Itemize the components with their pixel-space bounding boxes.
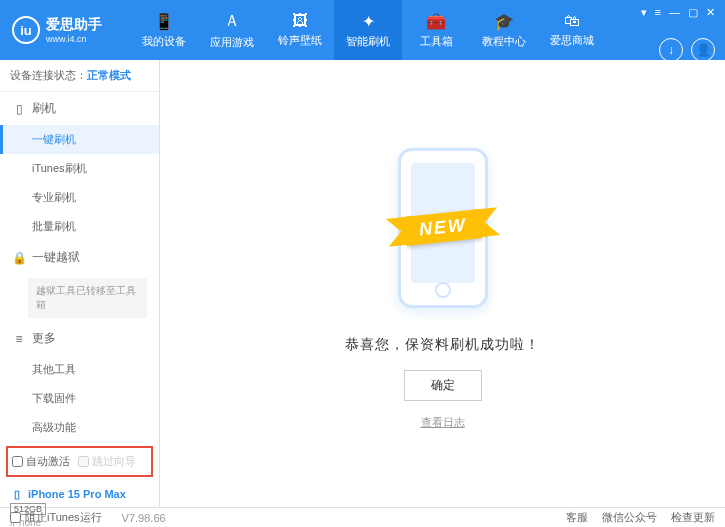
lock-icon: 🔒: [12, 251, 26, 265]
sidebar-item-other-tools[interactable]: 其他工具: [0, 355, 159, 384]
options-box: 自动激活 跳过向导: [6, 446, 153, 477]
success-illustration: NEW: [368, 138, 518, 318]
flash-icon: ✦: [362, 12, 375, 31]
minimize-icon[interactable]: —: [667, 6, 682, 19]
nav-flash[interactable]: ✦智能刷机: [334, 0, 402, 60]
success-message: 恭喜您，保资料刷机成功啦！: [345, 336, 540, 354]
store-icon: 🛍: [564, 12, 580, 30]
apps-icon: Ａ: [224, 11, 240, 32]
sidebar-item-batch-flash[interactable]: 批量刷机: [0, 212, 159, 241]
app-subtitle: www.i4.cn: [46, 34, 102, 44]
sidebar-section-more[interactable]: ≡更多: [0, 322, 159, 355]
sidebar-item-onekey-flash[interactable]: 一键刷机: [0, 125, 159, 154]
top-nav: 📱我的设备 Ａ应用游戏 🖼铃声壁纸 ✦智能刷机 🧰工具箱 🎓教程中心 🛍爱思商城: [130, 0, 606, 60]
nav-tutorials[interactable]: 🎓教程中心: [470, 0, 538, 60]
footer-link-wechat[interactable]: 微信公众号: [602, 510, 657, 525]
sidebar: 设备连接状态：正常模式 ▯刷机 一键刷机 iTunes刷机 专业刷机 批量刷机 …: [0, 60, 160, 507]
nav-apps[interactable]: Ａ应用游戏: [198, 0, 266, 60]
settings-icon[interactable]: ≡: [653, 6, 663, 19]
logo[interactable]: iu 爱思助手 www.i4.cn: [0, 16, 130, 44]
main-content: NEW 恭喜您，保资料刷机成功啦！ 确定 查看日志: [160, 60, 725, 507]
toolbox-icon: 🧰: [426, 12, 446, 31]
view-log-link[interactable]: 查看日志: [421, 415, 465, 430]
nav-my-device[interactable]: 📱我的设备: [130, 0, 198, 60]
app-title: 爱思助手: [46, 16, 102, 34]
tutorial-icon: 🎓: [494, 12, 514, 31]
phone-icon: ▯: [12, 102, 26, 116]
sidebar-item-download-firmware[interactable]: 下载固件: [0, 384, 159, 413]
close-icon[interactable]: ✕: [704, 6, 717, 19]
nav-toolbox[interactable]: 🧰工具箱: [402, 0, 470, 60]
skip-guide-checkbox[interactable]: 跳过向导: [78, 454, 136, 469]
sidebar-section-flash[interactable]: ▯刷机: [0, 92, 159, 125]
jailbreak-note: 越狱工具已转移至工具箱: [28, 278, 147, 318]
more-icon: ≡: [12, 332, 26, 346]
maximize-icon[interactable]: ▢: [686, 6, 700, 19]
nav-ringtones[interactable]: 🖼铃声壁纸: [266, 0, 334, 60]
sidebar-item-itunes-flash[interactable]: iTunes刷机: [0, 154, 159, 183]
window-controls: ▾ ≡ — ▢ ✕: [639, 6, 717, 19]
footer-link-update[interactable]: 检查更新: [671, 510, 715, 525]
device-icon: ▯: [10, 487, 24, 501]
header: iu 爱思助手 www.i4.cn 📱我的设备 Ａ应用游戏 🖼铃声壁纸 ✦智能刷…: [0, 0, 725, 60]
nav-store[interactable]: 🛍爱思商城: [538, 0, 606, 60]
footer-link-support[interactable]: 客服: [566, 510, 588, 525]
download-button[interactable]: ↓: [659, 38, 683, 62]
ok-button[interactable]: 确定: [404, 370, 482, 401]
device-icon: 📱: [154, 12, 174, 31]
sidebar-item-advanced[interactable]: 高级功能: [0, 413, 159, 442]
wallpaper-icon: 🖼: [292, 12, 308, 30]
device-status: 设备连接状态：正常模式: [0, 60, 159, 92]
menu-icon[interactable]: ▾: [639, 6, 649, 19]
version-label: V7.98.66: [122, 512, 166, 524]
account-button[interactable]: 👤: [691, 38, 715, 62]
block-itunes-checkbox[interactable]: 阻止iTunes运行: [10, 510, 102, 525]
sidebar-item-pro-flash[interactable]: 专业刷机: [0, 183, 159, 212]
auto-activate-checkbox[interactable]: 自动激活: [12, 454, 70, 469]
logo-icon: iu: [12, 16, 40, 44]
sidebar-section-jailbreak: 🔒一键越狱: [0, 241, 159, 274]
